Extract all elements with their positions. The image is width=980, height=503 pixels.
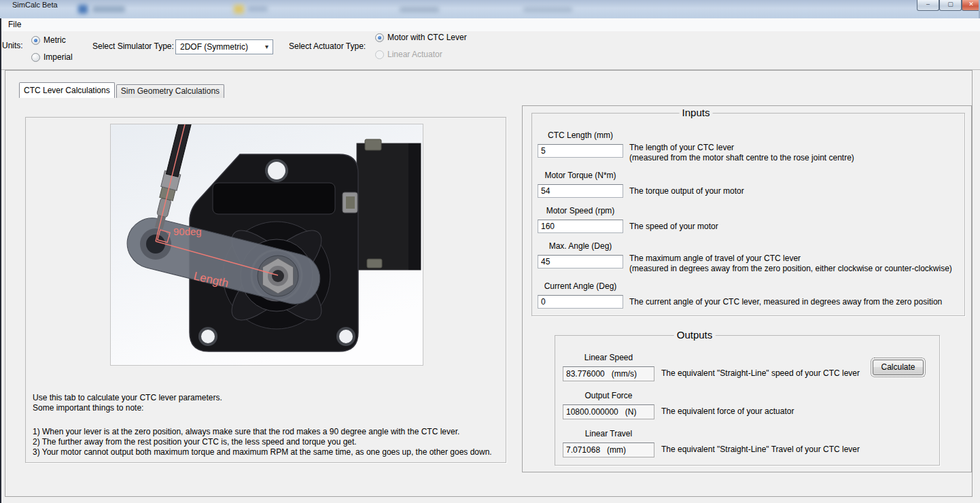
ctc-lever-diagram: 90deg Length <box>110 124 423 366</box>
background-window-icon <box>78 5 88 14</box>
units-label: Units: <box>2 41 23 50</box>
motor-torque-input[interactable] <box>538 184 623 198</box>
linear-travel-output: 7.071068(mm) <box>563 443 654 457</box>
background-window-text <box>400 7 439 12</box>
current-angle-input[interactable] <box>538 295 623 309</box>
motor-torque-label: Motor Torque (N*m) <box>538 171 623 180</box>
minimize-button[interactable]: – <box>917 0 939 11</box>
ctc-length-input[interactable] <box>538 144 623 158</box>
linear-speed-label: Linear Speed <box>563 353 654 362</box>
note-line: Use this tab to calculate your CTC lever… <box>33 393 492 403</box>
background-window-text <box>247 6 268 12</box>
simulator-type-value: 2DOF (Symmetric) <box>180 42 248 52</box>
motor-ctc-lever-radio[interactable] <box>375 33 384 42</box>
linear-actuator-radio-label: Linear Actuator <box>387 50 442 59</box>
tab-ctc-lever-calculations[interactable]: CTC Lever Calculations <box>19 82 115 98</box>
linear-speed-desc: The equivalent "Straight-Line" speed of … <box>661 368 860 379</box>
motor-speed-input[interactable] <box>538 220 623 233</box>
inputs-group-title: Inputs <box>680 107 713 118</box>
motor-diagram-image: 90deg Length <box>111 124 423 365</box>
output-force-desc: The equivalent force of your actuator <box>661 406 794 417</box>
max-angle-input[interactable] <box>538 255 623 268</box>
options-toolbar: Units: Metric Imperial Select Simulator … <box>0 31 980 70</box>
motor-cylinder <box>357 139 421 270</box>
background-window-text <box>523 7 572 12</box>
current-angle-desc: The current angle of your CTC lever, mea… <box>629 297 942 307</box>
ctc-length-label: CTC Length (mm) <box>538 131 623 140</box>
linear-travel-desc: The equivalent "Straight-Line" Travel of… <box>661 445 860 455</box>
window-left-edge <box>0 18 1 503</box>
linear-speed-output: 83.776000(mm/s) <box>563 366 654 381</box>
metric-radio-label[interactable]: Metric <box>43 35 66 45</box>
note-line: 3) Your motor cannot output both maximum… <box>33 447 492 457</box>
max-angle-label: Max. Angle (Deg) <box>538 241 623 251</box>
output-force-label: Output Force <box>563 391 654 400</box>
app-window: { "window": { "title": "SimCalc Beta", "… <box>0 0 980 503</box>
tab-sim-geometry-calculations[interactable]: Sim Geometry Calculations <box>116 84 224 98</box>
motor-speed-label: Motor Speed (rpm) <box>538 206 623 215</box>
linear-actuator-radio <box>375 50 384 59</box>
outputs-group: Outputs Linear Speed 83.776000(mm/s) The… <box>555 335 940 466</box>
metric-radio[interactable] <box>31 36 40 45</box>
maximize-button[interactable]: ▢ <box>939 0 962 11</box>
tab-strip: CTC Lever Calculations Sim Geometry Calc… <box>19 82 224 98</box>
shaft-nut <box>258 256 298 296</box>
actuator-type-label: Select Actuator Type: <box>289 41 366 51</box>
imperial-radio[interactable] <box>31 53 40 62</box>
ctc-length-desc: The length of your CTC lever(measured fr… <box>629 143 854 163</box>
max-angle-desc: The maximum angle of travel of your CTC … <box>629 254 952 274</box>
tab-notes: Use this tab to calculate your CTC lever… <box>33 393 492 457</box>
note-line: Some important things to note: <box>33 403 492 413</box>
imperial-radio-label[interactable]: Imperial <box>43 52 73 62</box>
inputs-group: Inputs CTC Length (mm) The length of you… <box>531 113 965 316</box>
note-line: 1) When your lever is at the zero positi… <box>33 427 492 437</box>
note-line: 2) The further away from the rest positi… <box>33 437 492 447</box>
motor-speed-desc: The speed of your motor <box>629 222 718 232</box>
background-folder-icon <box>234 5 244 14</box>
simulator-type-label: Select Simulator Type: <box>92 41 174 51</box>
linear-travel-label: Linear Travel <box>563 429 654 438</box>
menu-file[interactable]: File <box>6 20 23 29</box>
outputs-group-title: Outputs <box>674 329 716 341</box>
simulator-type-select[interactable]: 2DOF (Symmetric) ▾ <box>175 39 273 54</box>
current-angle-label: Current Angle (Deg) <box>538 281 623 291</box>
motor-torque-desc: The torque output of your motor <box>629 186 744 196</box>
output-force-output: 10800.000000(N) <box>563 404 654 419</box>
chevron-down-icon: ▾ <box>265 40 268 54</box>
title-bar: SimCalc Beta – ▢ ✕ <box>0 0 980 19</box>
motor-ctc-lever-radio-label[interactable]: Motor with CTC Lever <box>387 33 467 42</box>
window-title: SimCalc Beta <box>12 1 58 9</box>
angle-annotation-label: 90deg <box>173 226 202 237</box>
menu-bar: File <box>0 18 980 32</box>
calculate-button[interactable]: Calculate <box>873 360 924 375</box>
background-window-text <box>92 6 125 12</box>
close-button[interactable]: ✕ <box>962 0 980 11</box>
